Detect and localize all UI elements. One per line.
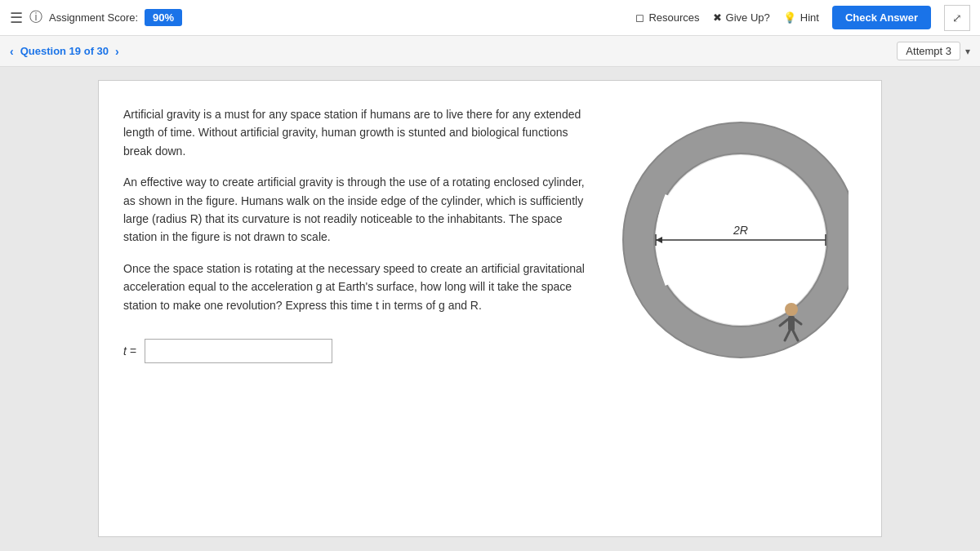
svg-rect-12: [788, 316, 795, 331]
attempt-label: Attempt 3: [897, 42, 960, 60]
main-area: Artificial gravity is a must for any spa…: [0, 67, 980, 551]
resources-button[interactable]: ◻ Resources: [635, 11, 699, 24]
sub-header: ‹ Question 19 of 30 › Attempt 3 ▾: [0, 36, 980, 67]
attempt-area: Attempt 3 ▾: [897, 42, 970, 60]
content-panel: Artificial gravity is a must for any spa…: [98, 80, 882, 537]
menu-icon[interactable]: ☰: [10, 9, 23, 27]
space-station-diagram: 2R: [620, 113, 849, 358]
header-right: ◻ Resources ✖ Give Up? 💡 Hint Check Answ…: [635, 5, 970, 31]
answer-input[interactable]: [145, 339, 332, 363]
question-text: Artificial gravity is a must for any spa…: [123, 105, 595, 363]
answer-label: t =: [123, 342, 136, 360]
header-left: ☰ ⓘ Assignment Score: 90%: [10, 9, 627, 27]
expand-icon: ⤢: [952, 11, 962, 24]
paragraph-1: Artificial gravity is a must for any spa…: [123, 105, 595, 160]
prev-question-button[interactable]: ‹: [10, 45, 14, 58]
svg-point-11: [785, 303, 798, 316]
info-icon[interactable]: ⓘ: [29, 9, 42, 26]
paragraph-3: Once the space station is rotating at th…: [123, 260, 595, 314]
expand-button[interactable]: ⤢: [944, 5, 970, 31]
giveup-label: Give Up?: [726, 11, 770, 24]
question-nav: ‹ Question 19 of 30 ›: [10, 45, 119, 58]
hint-button[interactable]: 💡 Hint: [783, 11, 819, 24]
giveup-icon: ✖: [713, 11, 722, 24]
resources-icon: ◻: [635, 11, 644, 24]
content-body: Artificial gravity is a must for any spa…: [123, 105, 857, 363]
giveup-button[interactable]: ✖ Give Up?: [713, 11, 770, 24]
resources-label: Resources: [648, 11, 699, 24]
next-question-button[interactable]: ›: [115, 45, 119, 58]
svg-text:2R: 2R: [733, 224, 748, 237]
hint-icon: 💡: [783, 11, 796, 24]
cylinder-image-area: 2R: [612, 105, 857, 363]
check-answer-button[interactable]: Check Answer: [832, 6, 931, 29]
score-badge: 90%: [145, 9, 182, 26]
answer-row: t =: [123, 339, 595, 363]
paragraph-2: An effective way to create artificial gr…: [123, 173, 595, 247]
question-label: Question 19 of 30: [20, 45, 109, 57]
hint-label: Hint: [800, 11, 819, 24]
assignment-score-label: Assignment Score:: [49, 11, 138, 24]
header: ☰ ⓘ Assignment Score: 90% ◻ Resources ✖ …: [0, 0, 980, 36]
attempt-dropdown-icon[interactable]: ▾: [965, 46, 970, 57]
